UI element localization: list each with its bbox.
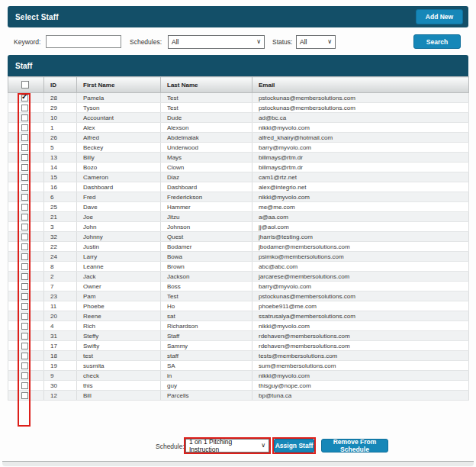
row-checkbox[interactable]: [21, 154, 28, 161]
row-checkbox[interactable]: ✓: [21, 95, 28, 101]
cell-id: 8: [44, 262, 77, 272]
chevron-down-icon: ∨: [256, 39, 264, 45]
row-checkbox[interactable]: [21, 263, 28, 270]
row-checkbox-cell: [8, 282, 44, 291]
table-row: 12BillParcellsbp@tuna.ca: [8, 391, 469, 401]
row-checkbox-cell: [8, 232, 44, 242]
row-checkbox[interactable]: [21, 224, 28, 230]
cell-id: 28: [44, 93, 77, 103]
cell-id: 19: [44, 361, 77, 371]
row-checkbox[interactable]: [21, 114, 28, 121]
row-checkbox[interactable]: [21, 353, 28, 359]
table-row: 5BeckeyUnderwoodbarry@myvolo.com: [8, 143, 469, 153]
cell-last-name: staff: [161, 351, 252, 361]
cell-email: billmays@rtm.dr: [252, 153, 469, 163]
select-all-checkbox[interactable]: [21, 81, 29, 89]
cell-email: pstockunas@membersolutions.com: [252, 93, 469, 103]
select-staff-header: Select Staff Add New: [8, 6, 468, 27]
row-checkbox[interactable]: [21, 194, 28, 201]
cell-id: 15: [44, 172, 77, 182]
cell-first-name: Alex: [77, 123, 161, 133]
table-row: 31SteffyStaffrdehaven@membersolutions.co…: [8, 331, 469, 341]
schedule-select-value: 1 on 1 Pitching Instruction: [189, 438, 261, 453]
row-checkbox[interactable]: [21, 293, 28, 300]
row-checkbox[interactable]: [21, 283, 28, 290]
cell-last-name: Hammer: [161, 202, 252, 212]
assign-staff-annotation: Assign Staff: [272, 437, 316, 454]
cell-first-name: Leanne: [77, 262, 161, 272]
cell-first-name: Bozo: [77, 163, 161, 172]
cell-email: nikki@myvolo.com: [252, 371, 469, 381]
row-checkbox[interactable]: [21, 372, 28, 379]
cell-last-name: Alexson: [161, 123, 252, 133]
cell-first-name: Pamela: [77, 93, 161, 103]
schedules-select[interactable]: All ∨: [168, 35, 265, 49]
row-checkbox[interactable]: [21, 134, 28, 141]
cell-email: cam1@rtz.net: [252, 172, 469, 182]
cell-first-name: susmita: [77, 361, 161, 371]
panel-title: Select Staff: [8, 13, 59, 21]
row-checkbox-cell: [8, 113, 44, 123]
cell-last-name: guy: [161, 381, 252, 391]
row-checkbox[interactable]: [21, 164, 28, 171]
schedules-select-value: All: [172, 38, 178, 46]
cell-first-name: Dave: [77, 202, 161, 212]
cell-last-name: Staff: [161, 331, 252, 341]
cell-first-name: Johnny: [77, 232, 161, 242]
remove-from-schedule-button[interactable]: Remove From Schedule: [321, 439, 388, 453]
row-checkbox[interactable]: [21, 204, 28, 211]
schedule-label: Schedule:: [156, 443, 185, 450]
row-checkbox[interactable]: [21, 184, 28, 191]
cell-id: 12: [44, 391, 77, 401]
status-select-value: All: [300, 38, 307, 46]
cell-last-name: Sammy: [161, 341, 252, 351]
table-row: 23PamTestpstockunas@membersolutions.com: [8, 291, 469, 301]
row-checkbox[interactable]: [21, 144, 28, 151]
row-checkbox-cell: [8, 222, 44, 232]
assign-staff-button[interactable]: Assign Staff: [274, 439, 314, 453]
add-new-button[interactable]: Add New: [416, 9, 463, 24]
row-checkbox[interactable]: [21, 392, 28, 399]
table-row: 7OwnerBossbarry@myvolo.com: [8, 282, 469, 291]
column-header-id: ID: [44, 77, 77, 93]
cell-email: ad@bc.ca: [252, 113, 469, 123]
row-checkbox[interactable]: [21, 124, 28, 131]
row-checkbox[interactable]: [21, 343, 28, 349]
cell-last-name: Johnson: [161, 222, 252, 232]
row-checkbox[interactable]: [21, 323, 28, 330]
row-checkbox[interactable]: [21, 105, 28, 111]
table-row: 29TysonTestpstockunas@membersolutions.co…: [8, 103, 469, 113]
row-checkbox-cell: [8, 301, 44, 311]
row-checkbox[interactable]: [21, 333, 28, 340]
table-row: 14BozoClownbillmays@rtm.dr: [8, 163, 469, 172]
cell-email: a@aa.com: [252, 212, 469, 222]
row-checkbox-cell: [8, 123, 44, 133]
status-select[interactable]: All ∨: [296, 35, 336, 49]
row-checkbox[interactable]: [21, 234, 28, 240]
keyword-input[interactable]: [46, 35, 121, 48]
row-checkbox[interactable]: [21, 313, 28, 320]
cell-email: me@me.com: [252, 202, 469, 212]
row-checkbox[interactable]: [21, 243, 28, 250]
cell-email: pstockunas@membersolutions.com: [252, 291, 469, 301]
select-all-header-cell: [8, 77, 44, 93]
table-row: 22JustinBodamerjbodamer@membersolutions.…: [8, 242, 469, 252]
row-checkbox[interactable]: [21, 214, 28, 221]
schedules-label: Schedules:: [130, 38, 162, 46]
row-checkbox[interactable]: [21, 174, 28, 181]
row-checkbox[interactable]: [21, 303, 28, 310]
cell-last-name: Bowa: [161, 252, 252, 262]
cell-email: alfred_khairy@hotmail.com: [252, 133, 469, 143]
cell-last-name: Quest: [161, 232, 252, 242]
row-checkbox[interactable]: [21, 253, 28, 260]
cell-email: alex@integrio.net: [252, 182, 469, 192]
row-checkbox[interactable]: [21, 273, 28, 280]
row-checkbox-cell: [8, 192, 44, 202]
row-checkbox[interactable]: [21, 382, 28, 389]
cell-email: jj@aol.com: [252, 222, 469, 232]
cell-first-name: Dashboard: [77, 182, 161, 192]
schedule-select[interactable]: 1 on 1 Pitching Instruction ∨: [185, 439, 269, 453]
cell-last-name: Brown: [161, 262, 252, 272]
row-checkbox[interactable]: [21, 362, 28, 369]
search-button[interactable]: Search: [413, 34, 461, 49]
